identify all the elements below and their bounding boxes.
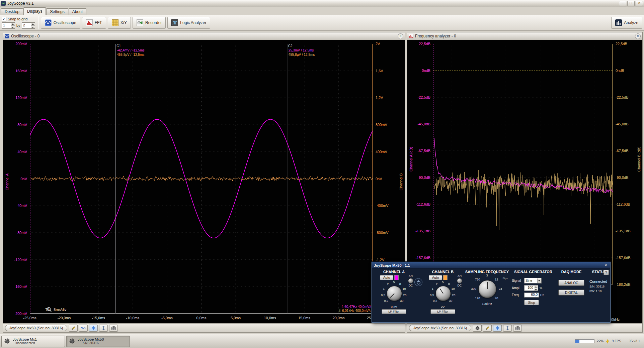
oscilloscope-freeze-button[interactable] — [89, 325, 98, 332]
channel-b-range-knob[interactable]: 0,20,51258102030 — [423, 280, 462, 305]
cursor-label-c1[interactable]: C1 — [116, 44, 121, 48]
frequency-analyzer-edit-button[interactable] — [483, 325, 492, 332]
grid-cols-spinner[interactable]: 2 — [22, 22, 35, 29]
channel-a-tick: -200mV — [10, 312, 27, 316]
oscilloscope-plot[interactable]: C1-42,4mV / -12,5ms455,8µV / -12,5msC225… — [30, 44, 373, 314]
db-tick-b: -112,6dB — [616, 202, 640, 206]
oscilloscope-device-button[interactable]: JoyScope Mx50 (Ser. no: 30316) — [5, 325, 67, 331]
channel-a-range-knob[interactable]: 0,20,51258102030 — [375, 280, 413, 305]
frequency-label: Freq. — [512, 293, 523, 297]
spinner-down-icon[interactable] — [534, 288, 538, 291]
db-tick-a: 0ndB — [412, 69, 430, 73]
knob-scale-label: 0,2 — [433, 299, 437, 303]
tab-about[interactable]: About — [69, 8, 86, 15]
frequency-analyzer-plot[interactable] — [433, 44, 613, 284]
knob-scale-label: 1 — [383, 287, 385, 291]
oscilloscope-plot-region[interactable]: Channel AChannel B200mV160mV120mV80mV40m… — [3, 40, 405, 324]
tab-desktop[interactable]: Desktop — [1, 8, 23, 15]
analog-mode-button[interactable]: ANALOG — [558, 280, 584, 286]
db-tick-b: 0ndB — [616, 69, 640, 73]
tab-settings[interactable]: Settings — [46, 8, 68, 15]
db-tick-b: -67,5dB — [616, 149, 640, 153]
device-control-panel[interactable]: JoyScope Mx50 - 1.1 ✕ ? CHANNEL A Auto A… — [372, 262, 611, 323]
taskbar-device-joyscope-mx1[interactable]: JoyScope Mx1Disconnected — [1, 336, 65, 347]
fps-label: 9 FPS — [612, 339, 621, 343]
version-label: JS v3.1 — [629, 339, 640, 343]
channel-b-lp-filter-button[interactable]: LP Filter — [430, 309, 455, 314]
toolbar-button-fft[interactable]: FFT — [82, 17, 106, 29]
power-button[interactable] — [414, 278, 422, 286]
toolbar-button-oscilloscope[interactable]: Oscilloscope — [41, 17, 80, 29]
frequency-analyzer-freeze-button[interactable] — [493, 325, 502, 332]
window-title: JoyScope v3.1 — [7, 1, 34, 6]
close-button[interactable]: ✕ — [636, 1, 643, 6]
frequency-analyzer-device-button[interactable]: JoyScope Mx50 (Ser. no: 30316) — [409, 325, 471, 331]
spinner-down-icon[interactable] — [11, 26, 15, 28]
spinner-up-icon[interactable] — [534, 285, 538, 288]
tab-displays[interactable]: Displays — [23, 7, 46, 15]
oscilloscope-cursors-button[interactable] — [99, 325, 108, 332]
status-section: STATUS Connected S/N: 30316 FW: 1.18 — [588, 269, 609, 322]
knob-scale-label: 0,5 — [381, 294, 385, 297]
toolbar-button-x-y[interactable]: X/Y — [108, 17, 131, 29]
stop-button[interactable]: Stop — [524, 300, 539, 305]
knob-scale-label: 24 — [499, 287, 502, 291]
toolbar-button-logic-analyzer[interactable]: Logic Analyzer — [167, 17, 210, 29]
maximize-button[interactable]: ❐ — [627, 1, 635, 6]
time-tick: -15,0ms — [92, 316, 105, 320]
cursor-readout-channel-b: 455,8µV / -12,5ms — [117, 52, 144, 57]
oscilloscope-signal-button[interactable] — [79, 325, 88, 332]
channel-b-color-swatch[interactable] — [443, 275, 448, 280]
channel-a-tick: -160mV — [10, 284, 27, 288]
time-tick: 15,0ms — [298, 316, 310, 320]
channel-a-axis-label: Channel A — [5, 173, 9, 190]
titlebar[interactable]: JoyScope v3.1 – ❐ ✕ — [0, 0, 644, 7]
grid-rows-spinner[interactable]: 1 — [2, 22, 15, 29]
knob-scale-label: 2 — [436, 282, 437, 286]
channel-a-range-value: 0.2V — [375, 305, 413, 309]
spinner-down-icon[interactable] — [31, 26, 35, 28]
cursor-readout-channel-a: -42,4mV / -12,5ms — [117, 48, 144, 52]
time-tick: 0,0ms — [196, 316, 207, 320]
frequency-analyzer-cursors-button[interactable] — [503, 325, 512, 332]
channel-a-auto-button[interactable]: Auto — [380, 275, 393, 280]
device-panel-close-button[interactable]: ✕ — [603, 263, 608, 267]
oscilloscope-snapshot-button[interactable] — [109, 325, 118, 332]
frequency-analyzer-snapshot-button[interactable] — [513, 325, 522, 332]
frequency-analyzer-close-button[interactable]: ✕ — [635, 33, 641, 39]
minimize-button[interactable]: – — [619, 1, 626, 6]
oscilloscope-footer: JoyScope Mx50 (Ser. no: 30316) — [3, 323, 405, 332]
taskbar-device-joyscope-mx50[interactable]: JoyScope Mx50SN: 30316 — [66, 336, 130, 347]
spinner-up-icon[interactable] — [11, 23, 15, 26]
zoom-out-icon[interactable] — [38, 307, 44, 312]
db-tick-b: 22,5dB — [616, 42, 640, 46]
oscilloscope-header[interactable]: Oscilloscope - 0 ✕ — [3, 32, 405, 40]
toolbar-button-recorder[interactable]: Recorder — [133, 17, 166, 29]
oscilloscope-close-button[interactable]: ✕ — [398, 33, 403, 39]
channel-b-heading: CHANNEL B — [423, 269, 462, 274]
channel-a-color-swatch[interactable] — [394, 275, 399, 280]
signal-type-select[interactable]: Sine — [524, 278, 542, 283]
sampling-frequency-knob[interactable]: 1203007503122448 — [464, 274, 510, 302]
cursor-label-c2[interactable]: C2 — [288, 44, 293, 48]
knob-scale-label: 12 — [495, 278, 498, 281]
frequency-input[interactable]: 60,0 — [524, 293, 539, 298]
lightning-icon — [606, 339, 610, 344]
help-button[interactable]: ? — [603, 270, 609, 275]
channel-b-auto-button[interactable]: Auto — [429, 275, 442, 280]
device-panel-titlebar[interactable]: JoyScope Mx50 - 1.1 ✕ — [372, 262, 610, 269]
cpu-usage-label: 22% — [597, 339, 603, 343]
channel-b-tick: -1,2V — [376, 258, 402, 262]
channel-a-lp-filter-button[interactable]: LP Filter — [382, 309, 406, 314]
frequency-analyzer-settings-button[interactable] — [473, 325, 482, 332]
analyze-button[interactable]: Analyze — [611, 17, 642, 29]
app-icon — [1, 1, 6, 6]
knob-face — [387, 286, 402, 301]
channel-a-tick: 0nV — [10, 177, 27, 181]
spinner-up-icon[interactable] — [31, 23, 35, 26]
oscilloscope-edit-button[interactable] — [69, 325, 78, 332]
amplitude-spinner[interactable]: 100 — [524, 285, 538, 291]
snap-to-grid-checkbox[interactable] — [2, 17, 6, 21]
digital-mode-button[interactable]: DIGITAL — [558, 289, 584, 296]
frequency-analyzer-header[interactable]: Frequency analyzer - 0 ✕ — [407, 32, 642, 40]
